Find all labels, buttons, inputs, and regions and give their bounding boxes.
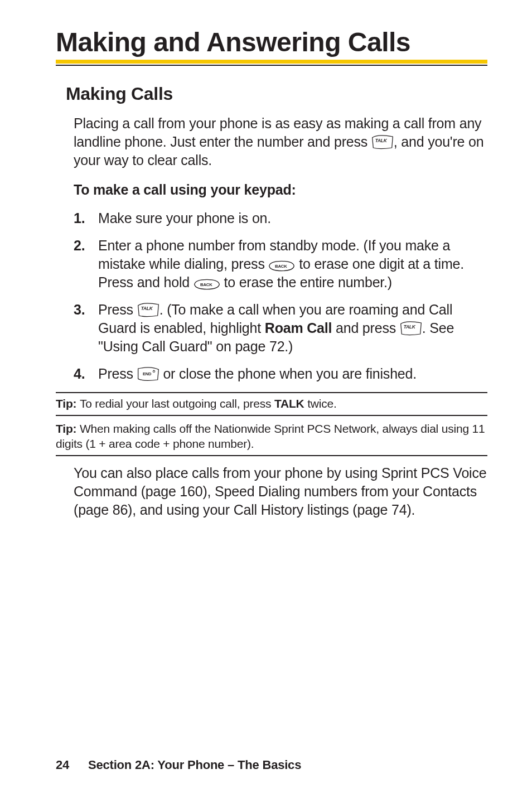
talk-key-icon xyxy=(371,134,394,150)
title-rule-yellow xyxy=(56,60,487,64)
step-text: Press or close the phone when you are fi… xyxy=(98,365,487,383)
closing-paragraph: You can also place calls from your phone… xyxy=(74,464,487,519)
step-text: Enter a phone number from standby mode. … xyxy=(98,236,487,292)
step-3: 3. Press . (To make a call when you are … xyxy=(74,301,487,356)
tip-text: When making calls off the Nationwide Spr… xyxy=(56,422,485,450)
step-1: 1. Make sure your phone is on. xyxy=(74,209,487,228)
tip-label: Tip: xyxy=(56,422,80,435)
title-rule-thin xyxy=(56,65,487,66)
page-footer: 24 Section 2A: Your Phone – The Basics xyxy=(56,758,301,772)
section-label: Section 2A: Your Phone – The Basics xyxy=(88,758,301,772)
tip-text: twice. xyxy=(304,397,337,410)
page: Making and Answering Calls Making Calls … xyxy=(0,0,532,798)
back-key-icon xyxy=(194,278,220,291)
roam-call-label: Roam Call xyxy=(265,320,332,336)
tip-label: Tip: xyxy=(56,397,80,410)
step-text: Press . (To make a call when you are roa… xyxy=(98,301,487,356)
step-4: 4. Press or close the phone when you are… xyxy=(74,365,487,383)
tip-2: Tip: When making calls off the Nationwid… xyxy=(56,418,487,456)
talk-label: TALK xyxy=(274,397,304,410)
intro-paragraph: Placing a call from your phone is as eas… xyxy=(74,114,487,170)
tip-text: To redial your last outgoing call, press xyxy=(80,397,274,410)
talk-key-icon xyxy=(400,321,422,336)
talk-key-icon xyxy=(137,302,159,318)
step-number: 3. xyxy=(74,301,98,356)
step-number: 4. xyxy=(74,365,98,383)
step-number: 2. xyxy=(74,236,98,292)
end-key-icon xyxy=(137,366,159,382)
step-text: Make sure your phone is on. xyxy=(98,209,487,228)
tip-1: Tip: To redial your last outgoing call, … xyxy=(56,392,487,416)
page-number: 24 xyxy=(56,758,69,772)
page-title: Making and Answering Calls xyxy=(56,27,487,57)
steps-list: 1. Make sure your phone is on. 2. Enter … xyxy=(74,209,487,383)
section-heading: Making Calls xyxy=(66,84,487,104)
step-number: 1. xyxy=(74,209,98,228)
procedure-heading: To make a call using your keypad: xyxy=(74,182,487,198)
back-key-icon xyxy=(268,260,295,272)
step-2: 2. Enter a phone number from standby mod… xyxy=(74,236,487,292)
